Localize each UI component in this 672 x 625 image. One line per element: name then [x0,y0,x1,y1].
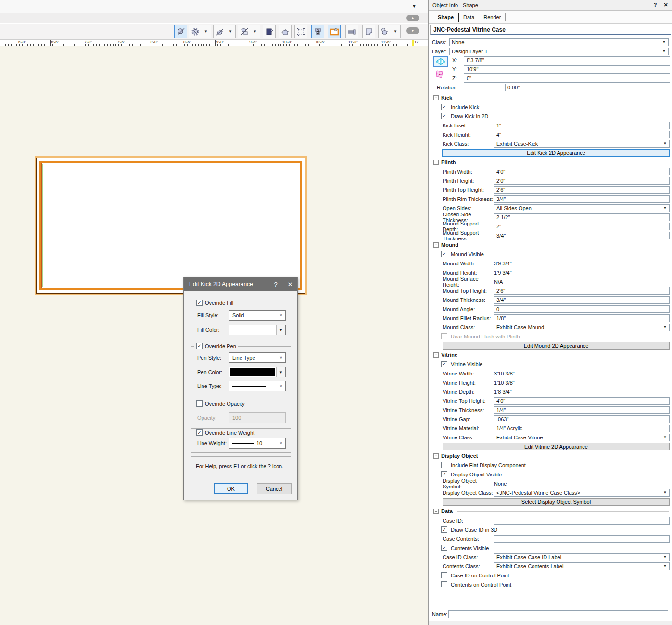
palette-menu-icon[interactable]: ≡ [640,2,649,8]
field-input[interactable]: 1/4" Acrylic [494,425,670,432]
x-input[interactable]: 8'3 7/8" [464,56,670,64]
dialog-help-button[interactable]: ? [268,281,283,288]
checkbox[interactable]: ✓ [441,526,447,533]
tab-shape[interactable]: Shape [433,12,458,22]
tab-data[interactable]: Data [459,12,479,22]
checkbox[interactable]: ✓ [441,113,447,119]
corner-handles-tool-button[interactable] [294,25,307,38]
pen-color-picker[interactable]: ▼ [229,367,286,377]
chevron-down-icon[interactable]: ▼ [412,3,417,9]
shapes-slash-tool-dropdown[interactable]: ▼ [250,25,260,38]
checkbox[interactable] [441,581,447,588]
override-fill-checkbox[interactable]: ✓ Override Fill [194,300,235,306]
field-input[interactable]: 2 1/2" [494,213,670,221]
select-display-object-symbol-button[interactable]: Select Display Object Symbol [443,498,670,506]
collapse-icon[interactable]: − [433,453,439,459]
palette-close-icon[interactable]: ✕ [661,2,670,8]
collapse-icon[interactable]: − [433,160,439,165]
wireframe-mode-button[interactable] [433,68,446,81]
dropdown[interactable]: Exhibit Case-Vitrine▼ [494,434,670,441]
checkbox[interactable] [441,572,447,578]
field-input[interactable]: 4'0" [494,168,670,175]
drawing-canvas[interactable]: Edit Kick 2D Appearance ? ✕ ✓ Override F… [0,46,428,625]
line-weight-select[interactable]: 10˅ [229,438,286,449]
field-input[interactable]: 1" [494,122,670,129]
orange-frame-tool-button[interactable] [328,25,341,38]
override-pen-checkbox[interactable]: ✓ Override Pen [194,343,238,349]
field-input[interactable]: 1/4" [494,406,670,414]
fill-color-picker[interactable]: ▼ [229,325,286,335]
teapot-slash-tool-dropdown[interactable]: ▼ [226,25,236,38]
fill-style-select[interactable]: Solid˅ [229,310,286,321]
rotation-input[interactable]: 0.00° [505,84,670,91]
edit-kick-2d-appearance-button[interactable]: Edit Kick 2D Appearance [443,149,670,157]
dropdown[interactable]: Exhibit Case-Case ID Label▼ [494,553,670,561]
dropdown[interactable]: All Sides Open▼ [494,204,670,212]
magnifier-tool-button[interactable] [174,25,187,38]
teapot-slash-tool-button[interactable] [213,25,226,38]
name-input[interactable] [448,610,668,618]
edit-mound-2d-appearance-button[interactable]: Edit Mound 2D Appearance [443,342,670,350]
dropdown[interactable]: Exhibit Case-Mound▼ [494,324,670,331]
teapot-tool-button[interactable] [279,25,292,38]
field-input[interactable]: 4" [494,131,670,138]
gear-tool-button[interactable] [189,25,202,38]
teapot-circle-tool-button[interactable] [378,25,391,38]
field-input[interactable]: 2" [494,223,670,230]
cancel-button[interactable]: Cancel [257,483,292,494]
pen-style-select[interactable]: Line Type˅ [229,352,286,363]
layer-dropdown[interactable]: Design Layer-1▼ [449,48,669,55]
tab-render[interactable]: Render [479,12,505,22]
y-input[interactable]: 10'9" [464,65,670,74]
page-tool-button[interactable] [362,25,375,38]
modebar-overflow-button[interactable]: ▸ [406,27,419,34]
override-opacity-checkbox[interactable]: Override Opacity [194,400,247,407]
z-input[interactable]: 0" [464,75,670,83]
dropdown[interactable]: Exhibit Case-Contents Label▼ [494,562,670,570]
dialog-close-button[interactable]: ✕ [283,281,297,288]
collapse-icon[interactable]: − [433,352,439,358]
checkbox[interactable]: ✓ [441,361,447,367]
palette-title-bar[interactable]: Object Info - Shape ≡ ? ✕ [429,0,672,11]
chain-link-tool-button[interactable] [311,25,324,38]
teapot-circle-tool-dropdown[interactable]: ▼ [391,25,401,38]
dropdown[interactable]: <JNC-Pedestal Vitrine Case Class>▼ [494,489,670,497]
class-dropdown[interactable]: None▼ [449,38,669,46]
field-input[interactable]: 2'6" [494,287,670,295]
bolt-tool-button[interactable] [345,25,358,38]
shapes-slash-tool-button[interactable] [238,25,251,38]
ruler-tick-label: 7'-6" [116,40,125,46]
field-input[interactable]: 1/8" [494,314,670,322]
collapse-icon[interactable]: − [433,95,439,100]
collapse-icon[interactable]: − [433,509,439,514]
field-input[interactable]: 4'0" [494,397,670,405]
dropdown[interactable]: Exhibit Case-Kick▼ [494,140,670,148]
plan-view-mode-button[interactable] [433,56,448,67]
checkbox[interactable] [441,462,447,468]
override-line-weight-checkbox[interactable]: ✓ Override Line Weight [194,429,256,436]
checkbox[interactable]: ✓ [441,545,447,551]
checkbox[interactable]: ✓ [441,251,447,257]
vitrine-case-plan-shape[interactable] [36,158,305,294]
flag-tool-button[interactable] [263,25,276,38]
field-input[interactable]: .063" [494,415,670,423]
field-input[interactable]: 3/4" [494,232,670,239]
field-input[interactable]: 3/4" [494,195,670,203]
field-input[interactable]: 2'0" [494,177,670,185]
palette-help-icon[interactable]: ? [651,2,659,8]
toolbar-overflow-button[interactable]: ▸ [406,15,419,21]
gear-tool-dropdown[interactable]: ▼ [201,25,211,38]
collapse-icon[interactable]: − [433,242,439,248]
field-input[interactable]: 0 [494,305,670,313]
edit-vitrine-2d-appearance-button[interactable]: Edit Vitrine 2D Appearance [443,443,670,450]
field-input[interactable]: 2'6" [494,186,670,194]
checkbox[interactable]: ✓ [441,471,447,477]
field-input[interactable]: 3/4" [494,296,670,304]
field-input[interactable] [494,517,670,525]
checkbox[interactable]: ✓ [441,104,447,110]
ok-button[interactable]: OK [214,483,248,494]
line-type-select[interactable]: ˅ [229,381,286,391]
dialog-title-bar[interactable]: Edit Kick 2D Appearance ? ✕ [184,277,297,291]
checkbox[interactable] [441,333,447,339]
field-input[interactable] [494,535,670,543]
